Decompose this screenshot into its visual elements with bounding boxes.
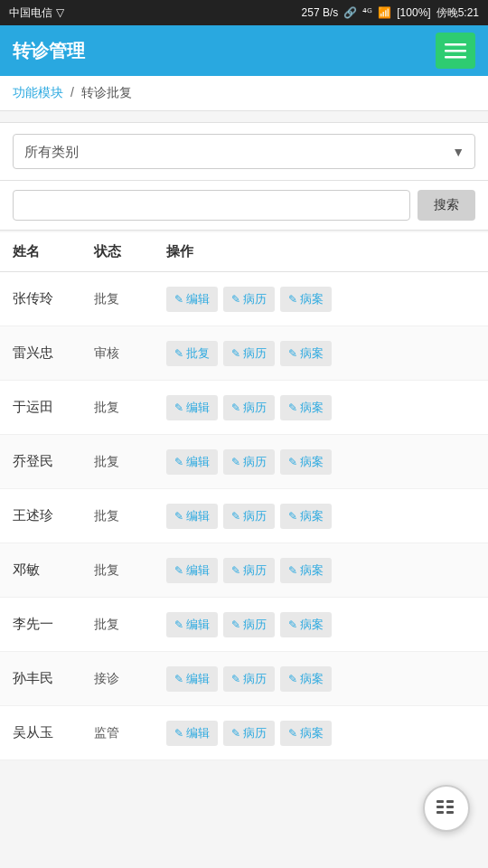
- cell-name: 雷兴忠: [13, 344, 94, 362]
- status-carrier: 中国电信 ▽: [9, 5, 64, 21]
- action-button-病案[interactable]: ✎病案: [280, 449, 332, 475]
- svg-rect-3: [436, 800, 444, 803]
- edit-icon: ✎: [174, 618, 183, 631]
- cell-status: 审核: [94, 345, 166, 362]
- edit-icon: ✎: [174, 564, 183, 577]
- action-button-编辑[interactable]: ✎编辑: [166, 395, 218, 420]
- edit-icon: ✎: [231, 401, 240, 414]
- action-button-病历[interactable]: ✎病历: [223, 449, 275, 475]
- edit-icon: ✎: [231, 727, 240, 740]
- table-row: 雷兴忠审核✎批复✎病历✎病案: [0, 326, 488, 381]
- category-wrapper: 所有类别批复审核接诊监管 ▼: [13, 134, 475, 169]
- action-button-病历[interactable]: ✎病历: [223, 666, 275, 692]
- breadcrumb-home[interactable]: 功能模块: [13, 85, 63, 99]
- table-row: 王述珍批复✎编辑✎病历✎病案: [0, 489, 488, 543]
- edit-icon: ✎: [288, 401, 297, 414]
- svg-rect-1: [445, 50, 466, 52]
- breadcrumb-current: 转诊批复: [81, 85, 132, 99]
- cell-actions: ✎编辑✎病历✎病案: [166, 721, 475, 746]
- action-button-病案[interactable]: ✎病案: [280, 341, 332, 366]
- action-button-病案[interactable]: ✎病案: [280, 666, 332, 692]
- edit-icon: ✎: [288, 564, 297, 577]
- action-button-编辑[interactable]: ✎编辑: [166, 612, 218, 637]
- cell-status: 批复: [94, 508, 166, 524]
- edit-icon: ✎: [288, 673, 297, 685]
- edit-icon: ✎: [231, 293, 240, 306]
- action-button-病案[interactable]: ✎病案: [280, 721, 332, 746]
- action-button-病案[interactable]: ✎病案: [280, 287, 332, 312]
- action-button-编辑[interactable]: ✎编辑: [166, 558, 218, 583]
- svg-rect-5: [436, 811, 444, 814]
- cell-actions: ✎编辑✎病历✎病案: [166, 558, 475, 583]
- svg-rect-7: [446, 806, 454, 808]
- table-row: 邓敏批复✎编辑✎病历✎病案: [0, 543, 488, 598]
- menu-icon: [445, 40, 466, 61]
- table-row: 孙丰民接诊✎编辑✎病历✎病案: [0, 652, 488, 706]
- action-button-病案[interactable]: ✎病案: [280, 558, 332, 583]
- action-button-批复[interactable]: ✎批复: [166, 341, 218, 366]
- action-button-病案[interactable]: ✎病案: [280, 395, 332, 420]
- cell-status: 监管: [94, 725, 166, 741]
- action-button-编辑[interactable]: ✎编辑: [166, 504, 218, 529]
- edit-icon: ✎: [174, 510, 183, 523]
- cell-name: 于运田: [13, 399, 94, 416]
- edit-icon: ✎: [174, 727, 183, 740]
- float-list-button[interactable]: [423, 785, 470, 832]
- action-button-病历[interactable]: ✎病历: [223, 721, 275, 746]
- col-header-actions: 操作: [166, 243, 475, 260]
- action-button-病历[interactable]: ✎病历: [223, 558, 275, 583]
- cell-actions: ✎编辑✎病历✎病案: [166, 395, 475, 420]
- search-section: 搜索: [0, 181, 488, 231]
- edit-icon: ✎: [231, 510, 240, 523]
- cell-status: 批复: [94, 400, 166, 416]
- action-button-病历[interactable]: ✎病历: [223, 341, 275, 366]
- cell-name: 邓敏: [13, 561, 94, 579]
- menu-button[interactable]: [436, 33, 475, 69]
- action-button-病历[interactable]: ✎病历: [223, 395, 275, 420]
- cell-name: 李先一: [13, 616, 94, 633]
- table-row: 于运田批复✎编辑✎病历✎病案: [0, 381, 488, 435]
- cell-status: 批复: [94, 617, 166, 633]
- cell-actions: ✎编辑✎病历✎病案: [166, 504, 475, 529]
- col-header-name: 姓名: [13, 243, 94, 260]
- action-button-编辑[interactable]: ✎编辑: [166, 287, 218, 312]
- search-input[interactable]: [13, 190, 410, 221]
- edit-icon: ✎: [288, 456, 297, 468]
- action-button-编辑[interactable]: ✎编辑: [166, 449, 218, 475]
- app-header: 转诊管理: [0, 25, 488, 76]
- search-button[interactable]: 搜索: [418, 190, 475, 221]
- table-header: 姓名 状态 操作: [0, 232, 488, 272]
- edit-icon: ✎: [231, 564, 240, 577]
- cell-status: 批复: [94, 291, 166, 307]
- action-button-编辑[interactable]: ✎编辑: [166, 666, 218, 692]
- cell-name: 王述珍: [13, 507, 94, 524]
- svg-rect-2: [445, 56, 466, 59]
- action-button-病历[interactable]: ✎病历: [223, 504, 275, 529]
- col-header-status: 状态: [94, 243, 166, 260]
- cell-status: 接诊: [94, 671, 166, 687]
- svg-rect-4: [436, 806, 444, 808]
- status-info: 257 B/s 🔗 ⁴ᴳ 📶 [100%] 傍晚5:21: [302, 5, 479, 21]
- category-select[interactable]: 所有类别批复审核接诊监管: [13, 134, 475, 169]
- action-button-病历[interactable]: ✎病历: [223, 287, 275, 312]
- svg-rect-8: [446, 811, 454, 814]
- cell-status: 批复: [94, 454, 166, 470]
- action-button-病案[interactable]: ✎病案: [280, 504, 332, 529]
- action-button-病案[interactable]: ✎病案: [280, 612, 332, 637]
- table-body: 张传玲批复✎编辑✎病历✎病案雷兴忠审核✎批复✎病历✎病案于运田批复✎编辑✎病历✎…: [0, 272, 488, 760]
- action-button-编辑[interactable]: ✎编辑: [166, 721, 218, 746]
- data-table: 姓名 状态 操作 张传玲批复✎编辑✎病历✎病案雷兴忠审核✎批复✎病历✎病案于运田…: [0, 232, 488, 760]
- edit-icon: ✎: [174, 673, 183, 685]
- edit-icon: ✎: [288, 618, 297, 631]
- edit-icon: ✎: [174, 456, 183, 468]
- edit-icon: ✎: [231, 347, 240, 360]
- cell-actions: ✎编辑✎病历✎病案: [166, 287, 475, 312]
- table-row: 李先一批复✎编辑✎病历✎病案: [0, 598, 488, 652]
- cell-status: 批复: [94, 562, 166, 579]
- cell-actions: ✎编辑✎病历✎病案: [166, 449, 475, 475]
- status-bar: 中国电信 ▽ 257 B/s 🔗 ⁴ᴳ 📶 [100%] 傍晚5:21: [0, 0, 488, 25]
- table-row: 吴从玉监管✎编辑✎病历✎病案: [0, 706, 488, 760]
- action-button-病历[interactable]: ✎病历: [223, 612, 275, 637]
- edit-icon: ✎: [231, 456, 240, 468]
- table-row: 乔登民批复✎编辑✎病历✎病案: [0, 435, 488, 489]
